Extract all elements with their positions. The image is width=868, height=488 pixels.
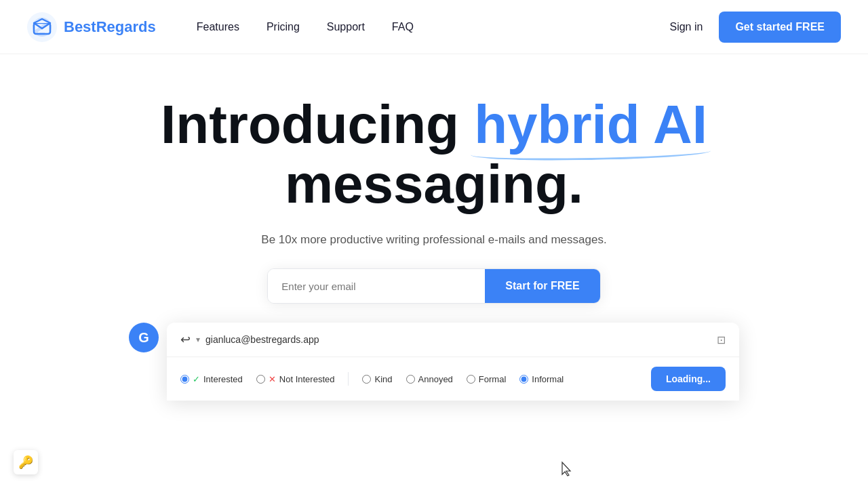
key-icon-button[interactable]: 🔑 [14,450,38,474]
option-informal[interactable]: Informal [519,374,564,384]
nav-faq[interactable]: FAQ [392,21,414,33]
key-icon: 🔑 [18,455,33,470]
nav-support[interactable]: Support [327,21,365,33]
hero-section: Introducing hybrid AI messaging. Be 10x … [0,54,868,401]
option-kind[interactable]: Kind [362,374,392,384]
nav-right: Sign in Get started FREE [669,12,841,43]
email-widget: ↩ ▾ gianluca@bestregards.app ⊡ ✓ Interes… [167,323,739,401]
start-for-free-button[interactable]: Start for FREE [485,269,599,303]
hero-title: Introducing hybrid AI messaging. [161,95,707,214]
option-annoyed[interactable]: Annoyed [406,374,453,384]
divider [348,372,349,386]
option-not-interested[interactable]: ✕ Not Interested [256,374,335,384]
sign-in-link[interactable]: Sign in [669,21,703,33]
email-input[interactable] [268,269,485,303]
loading-button[interactable]: Loading... [651,367,726,391]
expand-icon[interactable]: ⊡ [717,333,726,346]
nav-pricing[interactable]: Pricing [267,21,300,33]
option-formal[interactable]: Formal [467,374,506,384]
nav-links: Features Pricing Support FAQ [197,21,670,33]
nav-features[interactable]: Features [197,21,239,33]
hero-title-part1: Introducing [161,94,474,155]
navbar: BestRegards Features Pricing Support FAQ… [0,0,868,54]
logo-text-part1: Best [64,18,96,35]
hero-title-highlight: hybrid AI [474,94,707,155]
logo-icon [27,12,57,42]
dropdown-chevron-icon[interactable]: ▾ [196,335,200,344]
widget-toolbar: ✓ Interested ✕ Not Interested Kind Annoy… [167,357,739,401]
avatar: G [129,323,159,352]
hero-subtitle: Be 10x more productive writing professio… [261,233,606,247]
logo-text-part2: Regards [96,18,156,35]
sender-email: gianluca@bestregards.app [205,334,319,345]
hero-title-part2: messaging. [285,154,583,214]
logo[interactable]: BestRegards [27,12,156,42]
email-form: Start for FREE [267,268,600,304]
get-started-button[interactable]: Get started FREE [719,12,841,43]
reply-icon[interactable]: ↩ [180,332,191,347]
email-widget-wrapper: G ↩ ▾ gianluca@bestregards.app ⊡ ✓ Inter… [129,323,739,401]
option-interested[interactable]: ✓ Interested [180,374,243,384]
widget-header: ↩ ▾ gianluca@bestregards.app ⊡ [167,323,739,357]
cursor [559,461,576,477]
